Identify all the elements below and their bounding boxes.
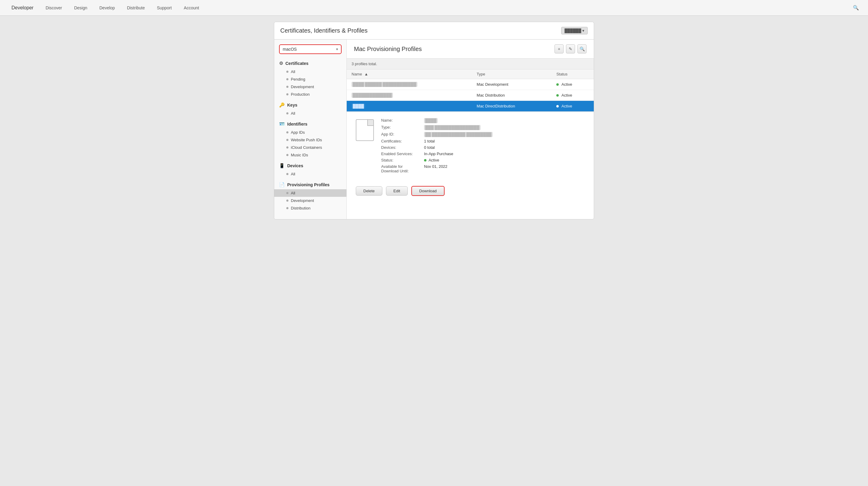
sidebar-item-keys-all[interactable]: All xyxy=(274,109,346,117)
add-button[interactable]: + xyxy=(555,44,564,54)
certs-value: 1 total xyxy=(424,139,435,143)
cell-name: ████ ██████ ████████████ xyxy=(347,79,472,90)
action-buttons: Delete Edit Download xyxy=(347,181,594,203)
profiles-count: 3 profiles total. xyxy=(347,59,594,69)
col-header-status[interactable]: Status xyxy=(552,69,594,79)
nav-support[interactable]: Support xyxy=(157,5,172,10)
main-content: macOS ▾ ⚙ Certificates All Pending xyxy=(274,39,594,220)
brand: Developer xyxy=(9,5,33,10)
status-value: Active xyxy=(424,158,439,162)
sidebar-section-title-identifiers: 🪪 Identifiers xyxy=(274,120,346,129)
sidebar-section-certificates: ⚙ Certificates All Pending Development xyxy=(274,59,346,98)
edit-button[interactable]: Edit xyxy=(386,186,408,196)
cell-type: Mac DirectDistribution xyxy=(472,101,552,112)
page-header: Certificates, Identifiers & Profiles ███… xyxy=(274,22,594,39)
col-header-name[interactable]: Name ▲ xyxy=(347,69,472,79)
search-toolbar-button[interactable]: 🔍 xyxy=(578,44,587,54)
download-label: Available for Download Until: xyxy=(381,164,421,173)
nav-design[interactable]: Design xyxy=(74,5,87,10)
blurred-name: ████ ██████ ████████████ xyxy=(351,82,417,87)
dot-icon xyxy=(286,199,288,202)
sidebar-section-identifiers: 🪪 Identifiers App IDs Website Push IDs i… xyxy=(274,120,346,159)
detail-row-services: Enabled Services: In-App Purchase xyxy=(381,152,585,156)
sidebar-item-label: iCloud Containers xyxy=(291,145,322,150)
cell-status: Active xyxy=(552,90,594,101)
identifiers-icon: 🪪 xyxy=(279,121,285,127)
page-container: Certificates, Identifiers & Profiles ███… xyxy=(268,16,600,226)
appid-value: ██ ████████████ █████████ xyxy=(424,132,493,137)
nav-search-button[interactable]: 🔍 xyxy=(853,5,859,10)
devices-label: Devices xyxy=(287,163,303,168)
dot-icon xyxy=(286,147,288,149)
appid-label: App ID: xyxy=(381,132,421,137)
devices-value: 0 total xyxy=(424,145,435,150)
col-header-type[interactable]: Type xyxy=(472,69,552,79)
file-icon xyxy=(356,119,374,141)
search-icon: 🔍 xyxy=(580,46,585,51)
profiles-icon: 📄 xyxy=(279,182,285,188)
sidebar-item-cert-development[interactable]: Development xyxy=(274,83,346,91)
sidebar-item-profiles-distribution[interactable]: Distribution xyxy=(274,204,346,212)
table-row-selected[interactable]: ████ Mac DirectDistribution Active xyxy=(347,101,594,112)
sidebar-item-label: All xyxy=(291,191,295,195)
dot-icon xyxy=(286,78,288,80)
sidebar: macOS ▾ ⚙ Certificates All Pending xyxy=(274,39,347,219)
user-badge-button[interactable]: ██████ ▾ xyxy=(561,27,588,34)
detail-row-download: Available for Download Until: Nov 01, 20… xyxy=(381,164,585,173)
type-value: ███ ████████████████ xyxy=(424,125,480,130)
sidebar-item-label: All xyxy=(291,111,295,116)
table-row[interactable]: ████ ██████ ████████████ Mac Development… xyxy=(347,79,594,90)
sidebar-item-website-push-ids[interactable]: Website Push IDs xyxy=(274,136,346,144)
nav-develop[interactable]: Develop xyxy=(99,5,115,10)
nav-distribute[interactable]: Distribute xyxy=(127,5,145,10)
nav-links: Discover Design Develop Distribute Suppo… xyxy=(45,5,853,10)
name-value: ████ xyxy=(424,118,438,123)
status-dot-icon xyxy=(556,94,559,97)
dot-icon xyxy=(286,93,288,95)
sidebar-item-profiles-development[interactable]: Development xyxy=(274,197,346,204)
sidebar-item-cert-all[interactable]: All xyxy=(274,68,346,75)
cell-name: ██████████████ xyxy=(347,90,472,101)
edit-toolbar-button[interactable]: ✎ xyxy=(566,44,575,54)
nav-discover[interactable]: Discover xyxy=(45,5,62,10)
services-value: In-App Purchase xyxy=(424,152,453,156)
identifiers-label: Identifiers xyxy=(287,122,307,127)
devices-icon: 📱 xyxy=(279,163,285,168)
services-label: Enabled Services: xyxy=(381,152,421,156)
detail-row-status: Status: Active xyxy=(381,158,585,162)
sidebar-section-keys: 🔑 Keys All xyxy=(274,100,346,117)
platform-select[interactable]: macOS ▾ xyxy=(279,44,342,54)
detail-row-appid: App ID: ██ ████████████ █████████ xyxy=(381,132,585,137)
dot-icon xyxy=(286,71,288,73)
status-dot-icon xyxy=(556,105,559,107)
sort-arrow-icon: ▲ xyxy=(364,72,368,76)
table-row[interactable]: ██████████████ Mac Distribution Active xyxy=(347,90,594,101)
top-nav: Developer Discover Design Develop Distri… xyxy=(0,0,868,16)
sidebar-item-icloud-containers[interactable]: iCloud Containers xyxy=(274,144,346,151)
sidebar-item-label: Website Push IDs xyxy=(291,138,322,142)
sidebar-item-profiles-all[interactable]: All xyxy=(274,189,346,197)
sidebar-item-label: All xyxy=(291,172,295,176)
certs-label: Certificates: xyxy=(381,139,421,143)
download-date-value: Nov 01, 2022 xyxy=(424,164,447,173)
detail-row-type: Type: ███ ████████████████ xyxy=(381,125,585,130)
status-text: Active xyxy=(561,82,572,87)
sidebar-item-devices-all[interactable]: All xyxy=(274,170,346,178)
sidebar-item-app-ids[interactable]: App IDs xyxy=(274,129,346,136)
cell-name: ████ xyxy=(347,101,472,112)
sidebar-item-cert-production[interactable]: Production xyxy=(274,91,346,98)
nav-account[interactable]: Account xyxy=(184,5,199,10)
certificates-icon: ⚙ xyxy=(279,61,283,66)
status-text: Active xyxy=(561,93,572,97)
dot-icon xyxy=(286,154,288,156)
sidebar-item-cert-pending[interactable]: Pending xyxy=(274,75,346,83)
sidebar-item-label: Production xyxy=(291,92,310,97)
page-title: Certificates, Identifiers & Profiles xyxy=(280,27,368,34)
profiles-table: Name ▲ Type Status ████ ██████ █████████… xyxy=(347,69,594,112)
download-button[interactable]: Download xyxy=(411,186,444,196)
detail-info: Name: ████ Type: ███ ████████████████ Ap… xyxy=(381,118,585,175)
detail-row-certs: Certificates: 1 total xyxy=(381,139,585,143)
sidebar-item-music-ids[interactable]: Music IDs xyxy=(274,151,346,159)
delete-button[interactable]: Delete xyxy=(356,186,382,196)
panel-header: Mac Provisioning Profiles + ✎ 🔍 xyxy=(347,39,594,59)
